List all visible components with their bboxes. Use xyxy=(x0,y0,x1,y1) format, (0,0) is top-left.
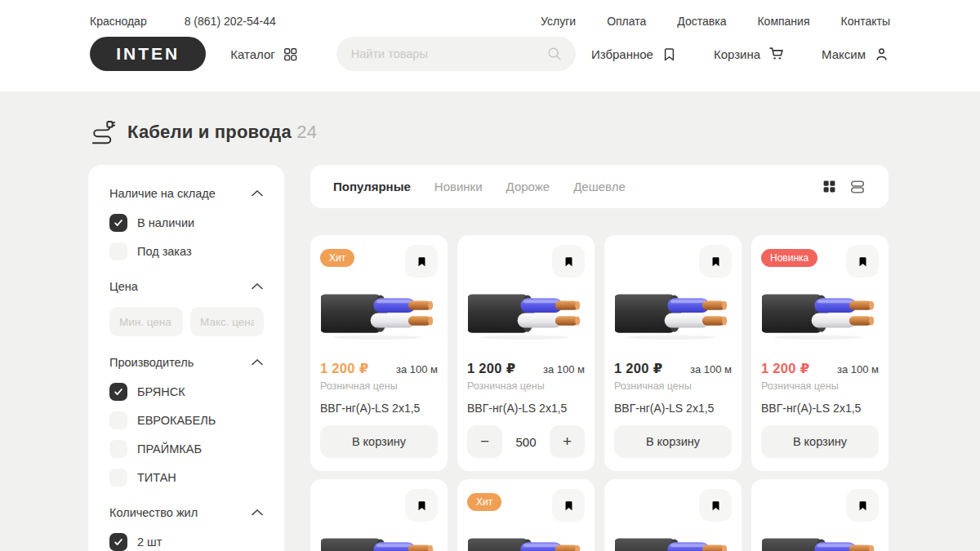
bookmark-button[interactable] xyxy=(699,489,732,522)
bookmark-button[interactable] xyxy=(846,245,879,278)
product-image xyxy=(614,287,732,341)
filter-header-price[interactable]: Цена xyxy=(109,280,263,293)
bookmark-icon xyxy=(661,46,678,63)
product-price: 1 200 ₽ xyxy=(467,361,515,376)
badge-hit: Хит xyxy=(320,249,354,267)
phone-number[interactable]: 8 (861) 202-54-44 xyxy=(185,15,276,28)
add-to-cart-button[interactable]: В корзину xyxy=(320,425,438,458)
product-image xyxy=(614,531,732,551)
filter-option-in-stock[interactable]: В наличии xyxy=(109,214,263,232)
quantity-decrease-button[interactable]: − xyxy=(467,425,502,458)
nav-link-contacts[interactable]: Контакты xyxy=(841,15,890,28)
filter-section-availability: Наличие на складе В наличии Под заказ xyxy=(109,187,263,260)
filter-option-titan[interactable]: ТИТАН xyxy=(109,469,263,487)
price-unit: за 100 м xyxy=(396,363,438,375)
nav-link-payment[interactable]: Оплата xyxy=(607,15,646,28)
product-card[interactable]: 1 200 ₽ за 100 м Розничная цены ВВГ-нг(А… xyxy=(604,479,742,551)
product-image xyxy=(761,531,879,551)
filter-header-availability[interactable]: Наличие на складе xyxy=(109,187,263,200)
price-note: Розничная цены xyxy=(614,380,732,392)
price-unit: за 100 м xyxy=(690,363,732,375)
filter-option-2-cores[interactable]: 2 шт xyxy=(109,533,263,551)
sort-new[interactable]: Новинки xyxy=(434,180,483,193)
logo[interactable]: INTEN xyxy=(90,37,206,71)
product-name: ВВГ-нг(А)-LS 2х1,5 xyxy=(761,402,879,415)
header-actions: Избранное Корзина Максим xyxy=(591,45,890,63)
nav-link-delivery[interactable]: Доставка xyxy=(677,15,726,28)
filter-option-on-order[interactable]: Под заказ xyxy=(109,242,263,260)
product-card[interactable]: 1 200 ₽ за 100 м Розничная цены ВВГ-нг(А… xyxy=(604,235,742,471)
max-price-input[interactable] xyxy=(190,307,264,336)
nav-link-services[interactable]: Услуги xyxy=(541,15,576,28)
catalog-label: Каталог xyxy=(230,47,275,61)
bookmark-button[interactable] xyxy=(552,489,585,522)
grid-view-icon[interactable] xyxy=(822,179,837,194)
chevron-up-icon xyxy=(252,509,263,516)
checkbox[interactable] xyxy=(109,242,127,260)
add-to-cart-button[interactable]: В корзину xyxy=(614,425,732,458)
filter-option-bryansk[interactable]: БРЯНСК xyxy=(109,383,263,401)
price-range-inputs xyxy=(109,307,263,336)
quantity-increase-button[interactable]: + xyxy=(550,425,585,458)
sort-cheap[interactable]: Дешевле xyxy=(573,180,626,193)
price-note: Розничная цены xyxy=(467,380,585,392)
checkbox[interactable] xyxy=(109,214,127,232)
product-card[interactable]: 1 200 ₽ за 100 м Розничная цены ВВГ-нг(А… xyxy=(751,479,889,551)
product-card[interactable]: Хит 1 200 ₽ за 100 м Розничная цены ВВГ-… xyxy=(310,235,448,471)
filter-option-praimkab[interactable]: ПРАЙМКАБ xyxy=(109,440,263,458)
page-title: Кабели и провода 24 xyxy=(127,122,317,143)
chevron-up-icon xyxy=(252,190,263,197)
filter-header-manufacturer[interactable]: Производитель xyxy=(109,356,263,369)
checkbox[interactable] xyxy=(109,533,127,551)
filter-section-cores: Количество жил 2 шт 3 шт xyxy=(109,506,263,551)
product-image xyxy=(467,531,585,551)
search-input[interactable] xyxy=(351,47,546,60)
favorites-button[interactable]: Избранное xyxy=(591,46,678,63)
list-view-icon[interactable] xyxy=(849,179,866,195)
product-card[interactable]: Новинка 1 200 ₽ за 100 м Розничная цены … xyxy=(751,235,889,471)
min-price-input[interactable] xyxy=(109,307,183,336)
product-card[interactable]: Хит 1 200 ₽ за 100 м Розничная цены ВВГ-… xyxy=(457,479,595,551)
price-note: Розничная цены xyxy=(761,380,879,392)
price-unit: за 100 м xyxy=(543,363,585,375)
product-image xyxy=(761,287,879,341)
filter-section-manufacturer: Производитель БРЯНСК ЕВРОКАБЕЛЬ ПРАЙМКАБ xyxy=(109,356,263,487)
product-card[interactable]: 1 200 ₽ за 100 м Розничная цены ВВГ-нг(А… xyxy=(457,235,595,471)
product-name: ВВГ-нг(А)-LS 2х1,5 xyxy=(320,402,438,415)
sort-expensive[interactable]: Дороже xyxy=(506,180,550,193)
bookmark-button[interactable] xyxy=(405,489,438,522)
bookmark-icon xyxy=(709,255,723,269)
filter-section-price: Цена xyxy=(109,280,263,336)
product-list-area: Популярные Новинки Дороже Дешевле Хит 1 … xyxy=(310,165,889,551)
product-price: 1 200 ₽ xyxy=(761,361,809,376)
chevron-up-icon xyxy=(252,359,263,366)
catalog-button[interactable]: Каталог xyxy=(230,47,298,62)
check-icon xyxy=(114,537,123,547)
nav-link-company[interactable]: Компания xyxy=(757,15,809,28)
product-name: ВВГ-нг(А)-LS 2х1,5 xyxy=(614,402,732,415)
product-grid: Хит 1 200 ₽ за 100 м Розничная цены ВВГ-… xyxy=(310,235,889,551)
badge-new: Новинка xyxy=(761,249,817,267)
bookmark-button[interactable] xyxy=(699,245,732,278)
bookmark-icon xyxy=(562,499,576,513)
bookmark-button[interactable] xyxy=(405,245,438,278)
add-to-cart-button[interactable]: В корзину xyxy=(761,425,879,458)
cart-button[interactable]: Корзина xyxy=(714,45,786,63)
city-selector[interactable]: Краснодар xyxy=(90,15,147,28)
user-account-button[interactable]: Максим xyxy=(822,46,890,63)
checkbox[interactable] xyxy=(109,411,127,429)
bookmark-icon xyxy=(856,499,870,513)
checkbox[interactable] xyxy=(109,383,127,401)
filter-option-eurokabel[interactable]: ЕВРОКАБЕЛЬ xyxy=(109,411,263,429)
bookmark-button[interactable] xyxy=(846,489,879,522)
filter-header-cores[interactable]: Количество жил xyxy=(109,506,263,519)
quantity-value[interactable]: 500 xyxy=(502,435,550,449)
bookmark-button[interactable] xyxy=(552,245,585,278)
sort-popular[interactable]: Популярные xyxy=(333,180,411,193)
catalog-grid-icon xyxy=(283,47,298,62)
checkbox[interactable] xyxy=(109,440,127,458)
search-icon[interactable] xyxy=(546,46,563,62)
checkbox[interactable] xyxy=(109,469,127,487)
page-title-block: Кабели и провода 24 xyxy=(90,119,317,144)
product-card[interactable]: 1 200 ₽ за 100 м Розничная цены ВВГ-нг(А… xyxy=(310,479,448,551)
